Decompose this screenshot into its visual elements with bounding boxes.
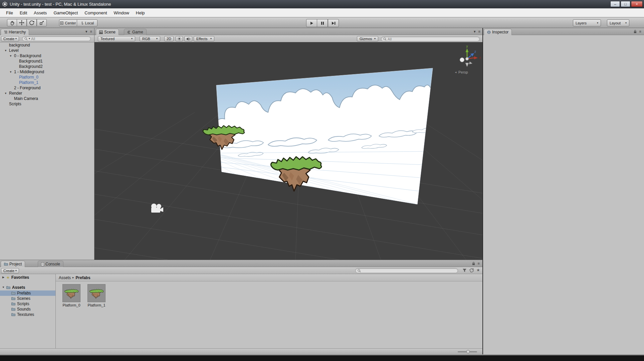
panel-menu-icon[interactable]: ≡ [478, 261, 480, 265]
maximize-button[interactable]: □ [621, 1, 630, 7]
scale-tool-button[interactable] [37, 19, 47, 26]
layers-dropdown[interactable]: Layers ▾ [573, 19, 601, 26]
camera-gizmo-icon[interactable] [151, 204, 163, 213]
hierarchy-create-button[interactable]: Create ▾ [1, 36, 19, 41]
background-sky-plane[interactable] [180, 68, 462, 249]
hierarchy-item-render[interactable]: ▼Render [0, 91, 94, 96]
hierarchy-item-2-foreground[interactable]: 2 - Foreground [0, 85, 94, 91]
search-by-type-icon[interactable] [462, 268, 467, 272]
panel-menu-icon[interactable]: ≡ [90, 29, 92, 34]
hierarchy-item-level[interactable]: ▼Level [0, 48, 94, 53]
hierarchy-item-background1[interactable]: Background1 [0, 58, 94, 64]
asset-platform-1[interactable]: Platform_1 [87, 284, 105, 307]
thumbnail-size-slider[interactable] [458, 351, 477, 352]
expander-icon[interactable]: ▼ [4, 91, 7, 96]
lock-icon[interactable] [472, 261, 475, 265]
tab-inspector[interactable]: Inspector [484, 29, 512, 35]
pivot-toggle-button[interactable]: Center [59, 19, 77, 26]
minimize-button[interactable]: – [610, 1, 620, 7]
play-button[interactable] [306, 19, 317, 27]
hierarchy-toolbar: Create ▾ ▾ All [0, 35, 94, 42]
favorite-star-icon[interactable]: ★ [476, 268, 480, 272]
tab-game[interactable]: Game [124, 29, 147, 35]
orientation-gizmo[interactable]: y x z [460, 44, 481, 67]
hierarchy-item-background2[interactable]: Background2 [0, 64, 94, 69]
scene-search-input[interactable]: All [381, 36, 480, 41]
assets-root-folder[interactable]: ▼ Assets [0, 285, 55, 290]
expander-icon[interactable]: ▼ [4, 48, 7, 53]
folder-scenes[interactable]: Scenes [0, 296, 55, 301]
expander-icon[interactable]: ▼ [9, 70, 12, 75]
chevron-down-icon: ▾ [131, 37, 133, 40]
search-icon [383, 37, 387, 41]
panel-menu-icon[interactable]: ≡ [639, 29, 641, 33]
2d-toggle-button[interactable]: 2D [164, 36, 174, 41]
pause-button[interactable] [317, 19, 328, 27]
shading-mode-dropdown[interactable]: Textured ▾ [98, 36, 135, 41]
breadcrumb-current[interactable]: Prefabs [76, 275, 90, 280]
hierarchy-item-scripts[interactable]: Scripts [0, 101, 94, 107]
search-by-label-icon[interactable] [469, 268, 474, 272]
folder-texstures[interactable]: Texstures [0, 312, 55, 317]
lock-icon[interactable] [634, 29, 637, 33]
breadcrumb-root[interactable]: Assets [59, 275, 71, 280]
close-button[interactable]: × [631, 1, 643, 7]
hierarchy-item-platform-1[interactable]: Platform_1 [0, 80, 94, 85]
menu-edit[interactable]: Edit [16, 8, 30, 17]
tab-hierarchy-label: Hierarchy [9, 30, 26, 34]
favorites-section[interactable]: ▶ ★ Favorites [0, 275, 55, 280]
axis-neg-x-ball[interactable] [460, 58, 464, 62]
expander-icon[interactable]: ▶ [2, 275, 5, 280]
layout-dropdown[interactable]: Layout ▾ [607, 19, 629, 26]
project-search-input[interactable] [355, 268, 458, 273]
space-label: Local [85, 21, 94, 25]
render-channels-dropdown[interactable]: RGB ▾ [140, 36, 160, 41]
slider-knob[interactable] [466, 350, 470, 353]
expander-icon[interactable]: ▼ [9, 53, 12, 59]
expander-icon[interactable]: ▼ [2, 285, 5, 290]
hierarchy-item-main-camera[interactable]: Main Camera [0, 96, 94, 101]
hierarchy-item-platform-0[interactable]: Platform_0 [0, 75, 94, 80]
hierarchy-item-0-background[interactable]: ▼0 - Background [0, 53, 94, 58]
console-icon [41, 262, 44, 266]
asset-thumbnail [87, 284, 105, 302]
tab-project[interactable]: Project [1, 261, 25, 267]
scene-tabbar: Scene Game ▾ ≡ [94, 28, 482, 35]
menu-component[interactable]: Component [81, 8, 110, 17]
menu-window[interactable]: Window [111, 8, 133, 17]
rotate-tool-button[interactable] [27, 19, 37, 26]
audio-toggle-button[interactable] [184, 36, 192, 41]
gizmos-dropdown[interactable]: Gizmos ▾ [357, 36, 378, 41]
folder-prefabs[interactable]: Prefabs [0, 290, 55, 296]
hierarchy-search-input[interactable]: ▾ All [22, 36, 91, 41]
panel-dropdown-icon[interactable]: ▾ [474, 29, 476, 34]
projection-mode-toggle[interactable]: ◄ Persp [454, 70, 468, 74]
folder-scripts[interactable]: Scripts [0, 301, 55, 307]
scene-viewport[interactable]: y x z ◄ Persp [94, 42, 482, 260]
menu-assets[interactable]: Assets [30, 8, 50, 17]
effects-dropdown[interactable]: Effects ▾ [194, 36, 214, 41]
move-tool-button[interactable] [17, 19, 27, 26]
asset-platform-0[interactable]: Platform_0 [62, 284, 80, 307]
panel-dropdown-icon[interactable]: ▾ [85, 29, 87, 34]
space-toggle-button[interactable]: Local [77, 19, 97, 26]
step-button[interactable] [328, 19, 339, 27]
project-create-button[interactable]: Create ▾ [1, 268, 19, 273]
menu-file[interactable]: File [3, 8, 16, 17]
tab-console[interactable]: Console [38, 261, 63, 267]
search-filter-caret-icon[interactable]: ▾ [29, 37, 30, 40]
hierarchy-item-1-middleground[interactable]: ▼1 - Middleground [0, 69, 94, 75]
tab-scene[interactable]: Scene [96, 29, 119, 35]
lighting-toggle-button[interactable] [176, 36, 183, 41]
hierarchy-item-background[interactable]: background [0, 42, 94, 48]
folder-sounds[interactable]: Sounds [0, 307, 55, 312]
panel-menu-icon[interactable]: ≡ [478, 29, 480, 34]
axis-neg-z-cone[interactable] [469, 62, 472, 64]
gizmo-center-ball[interactable] [466, 57, 469, 61]
tab-hierarchy[interactable]: Hierarchy [1, 29, 29, 35]
hand-tool-button[interactable] [7, 19, 17, 26]
project-statusbar [0, 348, 482, 355]
menu-gameobject[interactable]: GameObject [50, 8, 81, 17]
axis-neg-y-cone[interactable] [465, 63, 469, 67]
menu-help[interactable]: Help [133, 8, 148, 17]
